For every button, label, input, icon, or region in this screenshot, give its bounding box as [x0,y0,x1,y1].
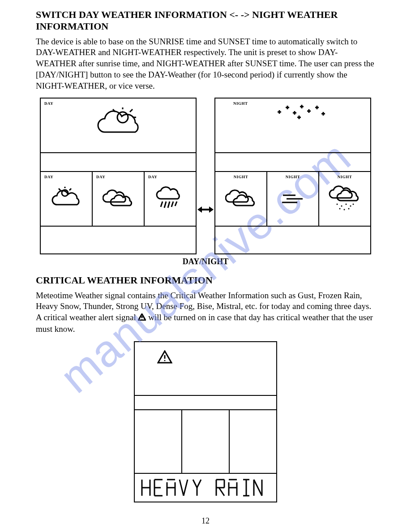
critical-cell-2 [230,410,276,473]
svg-point-36 [336,204,338,205]
svg-line-64 [197,480,201,488]
section-heading-critical: CRITICAL WEATHER INFORMATION [36,275,375,286]
svg-line-12 [171,202,173,207]
night-panel: NIGHT [214,98,371,254]
sun-cloud-icon [41,172,92,226]
critical-figure [36,341,375,502]
svg-point-38 [345,204,347,205]
fog-icon [267,172,318,226]
critical-panel-top [135,342,276,396]
day-panel-top: DAY [41,99,196,153]
day-panel: DAY DAY [40,98,197,254]
day-cell-2: DAY [145,172,196,226]
svg-line-79 [254,480,262,496]
svg-marker-15 [197,206,202,213]
svg-line-70 [219,488,224,496]
section2-paragraph: Meteotime Weather signal contains the Cr… [36,290,375,335]
stars-icon [215,99,370,152]
night-panel-spacer [215,153,370,171]
svg-point-39 [350,206,351,207]
svg-line-10 [164,202,166,208]
svg-line-11 [168,202,170,208]
alert-triangle-icon [138,313,146,324]
svg-line-13 [175,202,177,206]
night-cell-0: NIGHT [215,172,267,226]
critical-panel [134,341,277,502]
cloud-rain-icon [145,172,196,226]
switch-arrow-icon [197,98,214,254]
night-cell-2: NIGHT [319,172,370,226]
two-clouds-icon [215,172,266,226]
svg-line-62 [184,480,188,496]
svg-line-7 [69,189,71,190]
critical-panel-message [135,473,276,502]
segment-display-icon [138,477,273,498]
two-clouds-icon [93,172,144,226]
critical-cell-1 [182,410,230,473]
page-number: 12 [0,516,411,526]
critical-panel-row [135,409,276,473]
svg-point-46 [142,319,143,320]
night-panel-forecast-row: NIGHT NIGHT [215,171,370,226]
critical-panel-spacer [135,396,276,409]
cloud-snow-icon [319,172,370,226]
svg-line-8 [59,189,60,190]
day-cell-1: DAY [93,172,145,226]
day-panel-spacer [41,153,196,171]
svg-point-41 [343,209,345,210]
svg-line-9 [161,202,163,207]
svg-point-43 [352,204,354,205]
svg-point-37 [341,206,342,207]
day-panel-forecast-row: DAY DAY [41,171,196,226]
figure-caption-daynight: DAY/NIGHT [36,257,375,266]
svg-line-2 [130,109,133,112]
svg-line-61 [180,480,184,496]
svg-point-49 [164,360,166,361]
section-heading-switch: SWITCH DAY WEATHER INFORMATION <- -> NIG… [36,9,375,33]
manual-page: manualsnive.com SWITCH DAY WEATHER INFOR… [0,0,411,532]
day-cell-0: DAY [41,172,93,226]
sun-cloud-icon [41,99,196,152]
svg-point-42 [348,208,349,210]
svg-point-40 [339,208,340,210]
night-cell-1: NIGHT [267,172,319,226]
day-night-figure-row: DAY DAY [36,98,375,254]
critical-cell-0 [135,410,182,473]
night-panel-bottom [215,226,370,253]
night-panel-top: NIGHT [215,99,370,153]
alert-triangle-icon [157,357,172,365]
svg-marker-16 [209,206,214,213]
section1-paragraph: The device is able to base on the SUNRIS… [36,36,375,91]
svg-line-63 [193,480,197,488]
day-panel-bottom [41,226,196,253]
